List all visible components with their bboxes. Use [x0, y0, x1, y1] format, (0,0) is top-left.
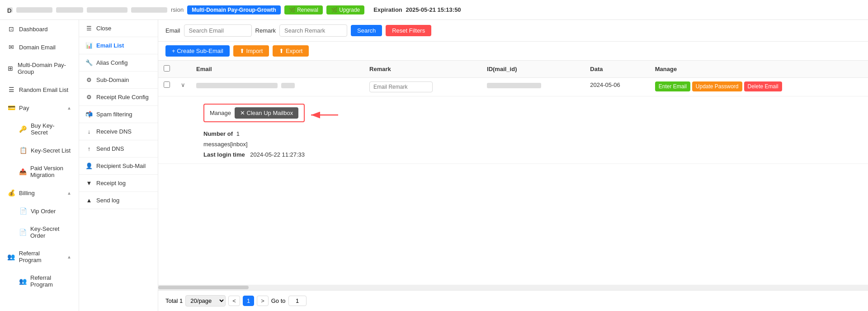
receipt-rule-icon: ⚙	[85, 94, 93, 100]
expanded-row: Manage ✕ Clean Up Mailbox	[158, 96, 868, 164]
remark-search-input[interactable]	[279, 24, 347, 37]
messages-inbox-label: messages[inbox]	[203, 141, 248, 148]
enter-email-button[interactable]: Enter Email	[655, 81, 690, 91]
export-button[interactable]: ⬆ Export	[273, 45, 309, 57]
sidebar-item-domain-email[interactable]: ✉ Domain Email	[0, 38, 79, 56]
alias-icon: 🔧	[85, 59, 93, 66]
next-page-button[interactable]: >	[257, 296, 269, 306]
mid-item-send-log[interactable]: ▲ Send log	[79, 192, 158, 209]
mid-label-close: Close	[96, 25, 111, 32]
scrollbar-thumb[interactable]	[158, 286, 249, 289]
send-log-icon: ▲	[85, 197, 93, 204]
domain-email-icon: ✉	[7, 43, 15, 51]
badge-multi-domain: Multi-Domain Pay-Group-Growth	[187, 5, 281, 14]
goto-label: Go to	[271, 297, 286, 304]
sidebar-label-referral-sub: Referral Program	[30, 274, 71, 288]
sidebar-label-multi-domain: Multi-Domain Pay-Group	[18, 62, 71, 75]
key-icon: 🔑	[19, 125, 27, 133]
sidebar-item-key-order[interactable]: 📄 Key-Secret Order	[0, 220, 79, 244]
mid-item-subdomain[interactable]: ⚙ Sub-Domain	[79, 72, 158, 89]
topbar-blurred-1	[16, 7, 52, 13]
prev-page-button[interactable]: <	[228, 296, 240, 306]
sidebar-item-referral[interactable]: 👥 Referral Program ▲	[0, 244, 79, 269]
per-page-select[interactable]: 20/page 50/page 100/page	[185, 295, 226, 306]
expanded-area: Manage ✕ Clean Up Mailbox	[196, 100, 863, 160]
email-search-input[interactable]	[184, 24, 252, 37]
sidebar-label-billing: Billing	[19, 190, 35, 196]
topbar-version: rsion	[171, 6, 184, 13]
pay-icon: 💳	[7, 104, 15, 111]
manage-buttons: Enter Email Update Password Delete Email	[655, 81, 863, 91]
mid-item-spam[interactable]: 📬 Spam filtering	[79, 106, 158, 123]
goto-page-input[interactable]	[288, 296, 307, 306]
list-icon: 📋	[19, 147, 27, 154]
sidebar: ⊡ Dashboard ✉ Domain Email ⊞ Multi-Domai…	[0, 20, 79, 311]
mid-item-alias[interactable]: 🔧 Alias Config	[79, 54, 158, 72]
badge-upgrade[interactable]: 🌿 Upgrade	[326, 5, 364, 14]
page-1-button[interactable]: 1	[243, 296, 254, 306]
sidebar-item-buy-key[interactable]: 🔑 Buy Key-Secret	[0, 117, 79, 141]
topbar: D rsion Multi-Domain Pay-Group-Growth 🌿 …	[0, 0, 868, 20]
sidebar-label-key-list: Key-Secret List	[31, 147, 71, 154]
mid-label-send-dns: Send DNS	[96, 145, 124, 152]
total-label: Total 1	[165, 297, 183, 304]
table-row: ∨ 2024-05-06	[158, 78, 868, 96]
number-value: 1	[236, 130, 240, 137]
sidebar-item-pay[interactable]: 💳 Pay ▲	[0, 99, 79, 117]
search-button[interactable]: Search	[351, 25, 382, 36]
dashboard-icon: ⊡	[7, 25, 15, 33]
sidebar-item-dashboard[interactable]: ⊡ Dashboard	[0, 20, 79, 38]
last-login-label: Last login time	[203, 151, 245, 158]
expiry-date: 2025-05-21 15:13:50	[406, 6, 461, 13]
sidebar-label-key-order: Key-Secret Order	[30, 225, 71, 239]
number-label: Number of	[203, 130, 233, 137]
expiry-label: Expiration	[373, 6, 402, 13]
cleanup-mailbox-button[interactable]: ✕ Clean Up Mailbox	[235, 107, 298, 119]
email-remark-input[interactable]	[369, 81, 433, 92]
sidebar-label-domain-email: Domain Email	[19, 44, 56, 51]
number-of-messages-row: Number of 1	[203, 129, 855, 139]
sidebar-item-vip-order[interactable]: 📄 Vip Order	[0, 202, 79, 220]
mid-item-receipt-rule[interactable]: ⚙ Receipt Rule Config	[79, 89, 158, 106]
email-blurred-2	[281, 83, 295, 88]
email-filter-label: Email	[165, 27, 180, 34]
sidebar-label-pay: Pay	[19, 105, 29, 111]
mid-item-receipt-log[interactable]: ▼ Receipt log	[79, 175, 158, 192]
mid-item-recipient[interactable]: 👤 Recipient Sub-Mail	[79, 158, 158, 175]
email-blurred	[196, 83, 278, 88]
sidebar-item-multi-domain[interactable]: ⊞ Multi-Domain Pay-Group	[0, 56, 79, 81]
row-checkbox[interactable]	[164, 81, 170, 88]
delete-email-button[interactable]: Delete Email	[744, 81, 782, 91]
row-expand-chevron[interactable]: ∨	[181, 81, 185, 88]
horizontal-scrollbar[interactable]	[158, 285, 868, 290]
mid-label-receipt-rule: Receipt Rule Config	[96, 94, 149, 100]
chevron-up-icon2: ▲	[67, 191, 71, 196]
mid-label-spam: Spam filtering	[96, 111, 132, 118]
main-content: Email Remark Search Reset Filters + Crea…	[158, 20, 868, 311]
red-arrow-icon	[307, 108, 343, 122]
reset-filters-button[interactable]: Reset Filters	[386, 25, 431, 36]
sidebar-item-key-list[interactable]: 📋 Key-Secret List	[0, 141, 79, 159]
email-list-icon: 📊	[85, 42, 93, 49]
sidebar-item-billing[interactable]: 💰 Billing ▲	[0, 184, 79, 202]
topbar-blurred-4	[131, 7, 167, 13]
create-sub-email-button[interactable]: + Create Sub-Email	[165, 45, 230, 57]
receive-dns-icon: ↓	[85, 128, 93, 135]
sidebar-label-random-email: Random Email List	[19, 86, 68, 93]
select-all-checkbox[interactable]	[164, 65, 170, 72]
badge-renewal[interactable]: 🌿 Renewal	[284, 5, 323, 14]
sidebar-item-paid-migration[interactable]: 📤 Paid Version Migration	[0, 159, 79, 184]
sidebar-item-referral-sub[interactable]: 👥 Referral Program	[0, 269, 79, 293]
mid-item-send-dns[interactable]: ↑ Send DNS	[79, 140, 158, 158]
mid-item-close[interactable]: ☰ Close	[79, 20, 158, 37]
sidebar-item-random-email[interactable]: ☰ Random Email List	[0, 81, 79, 99]
manage-cleanup-box: Manage ✕ Clean Up Mailbox	[203, 104, 305, 122]
recipient-icon: 👤	[85, 163, 93, 169]
import-button[interactable]: ⬆ Import	[233, 45, 269, 57]
remark-filter-label: Remark	[255, 27, 276, 34]
mid-item-receive-dns[interactable]: ↓ Receive DNS	[79, 123, 158, 140]
manage-text-label: Manage	[210, 110, 231, 116]
mid-label-send-log: Send log	[96, 197, 119, 204]
mid-item-email-list[interactable]: 📊 Email List	[79, 37, 158, 54]
update-password-button[interactable]: Update Password	[692, 81, 742, 91]
